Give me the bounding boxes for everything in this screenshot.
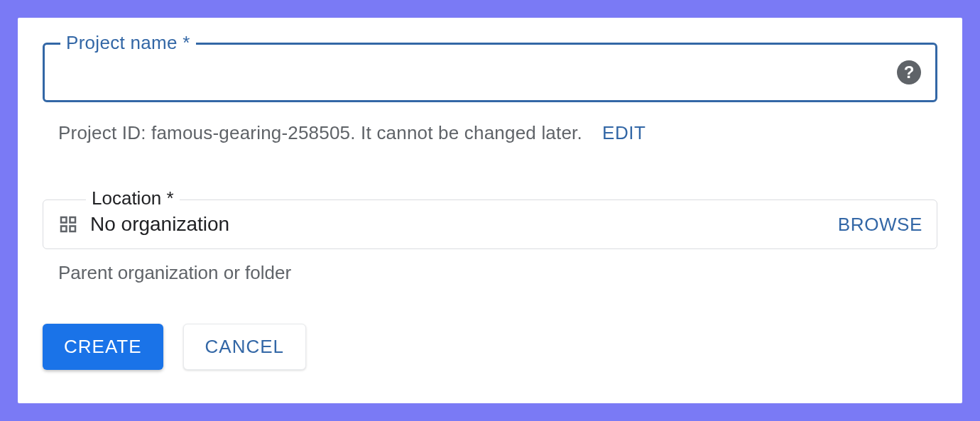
edit-project-id-button[interactable]: EDIT xyxy=(602,122,646,144)
project-name-label: Project name * xyxy=(60,32,196,54)
project-name-input[interactable] xyxy=(59,61,897,84)
project-id-hint: Project ID: famous-gearing-258505. It ca… xyxy=(58,122,582,144)
location-value: No organization xyxy=(90,213,838,236)
new-project-card: Project name * ? Project ID: famous-gear… xyxy=(18,18,962,403)
location-field[interactable]: Location * No organization BROWSE xyxy=(43,199,937,249)
organization-icon xyxy=(58,214,79,235)
project-id-row: Project ID: famous-gearing-258505. It ca… xyxy=(43,122,937,144)
button-row: CREATE CANCEL xyxy=(43,324,937,370)
location-label: Location * xyxy=(86,187,180,209)
browse-button[interactable]: BROWSE xyxy=(838,214,922,236)
create-button[interactable]: CREATE xyxy=(43,324,163,370)
help-icon[interactable]: ? xyxy=(897,60,921,84)
cancel-button[interactable]: CANCEL xyxy=(183,324,306,370)
location-hint: Parent organization or folder xyxy=(43,262,937,284)
project-name-field[interactable]: Project name * ? xyxy=(43,43,937,102)
